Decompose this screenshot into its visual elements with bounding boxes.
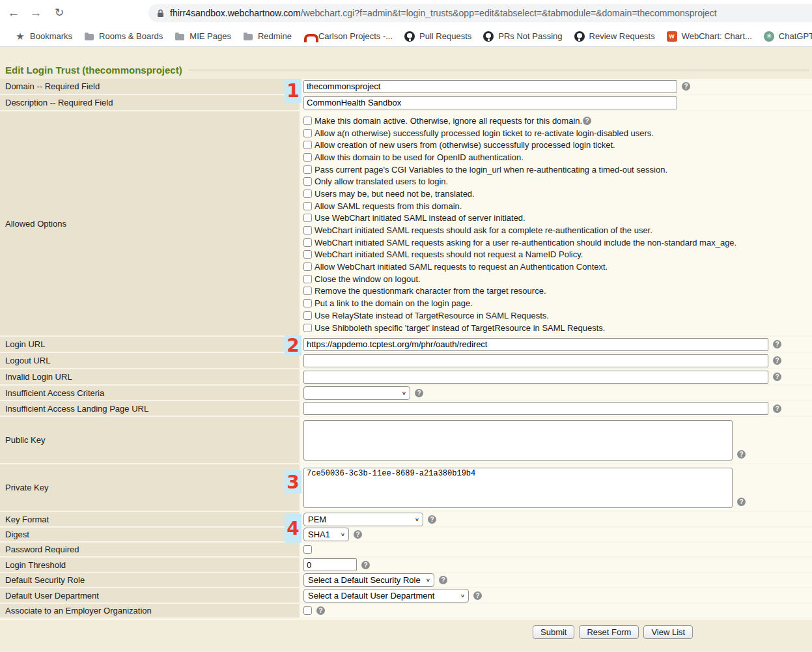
domain-label: Domain -- Required Field <box>0 79 300 95</box>
insufficient-access-criteria-select[interactable]: ∨ <box>303 386 410 400</box>
allowed-option-item: WebChart initiated SAML requests should … <box>303 249 736 261</box>
insufficient-access-landing-input[interactable] <box>303 402 768 415</box>
help-icon[interactable]: ? <box>354 530 362 539</box>
bookmark-item[interactable]: WebChart: Chart... <box>661 29 758 44</box>
bookmark-item[interactable]: PRs Not Passing <box>477 29 568 44</box>
help-icon[interactable]: ? <box>415 389 423 397</box>
help-icon[interactable]: ? <box>737 498 746 506</box>
option-checkbox[interactable] <box>303 324 312 332</box>
allowed-option-item: Only allow translated users to login. <box>303 175 736 188</box>
webchart-icon <box>667 31 677 42</box>
help-icon[interactable]: ? <box>583 117 591 125</box>
bookmark-item[interactable]: ChatGPT <box>758 29 812 44</box>
public-key-textarea[interactable] <box>303 420 733 461</box>
bookmark-item[interactable]: Redmine <box>237 29 298 44</box>
option-checkbox[interactable] <box>303 190 312 198</box>
address-bar[interactable]: fhirr4sandbox.webchartnow.com/webchart.c… <box>148 4 812 22</box>
back-icon[interactable]: ← <box>5 5 22 21</box>
browser-toolbar: ← → ↻ fhirr4sandbox.webchartnow.com/webc… <box>0 0 812 26</box>
option-checkbox[interactable] <box>303 153 312 162</box>
option-checkbox[interactable] <box>303 141 312 149</box>
option-checkbox[interactable] <box>303 299 312 307</box>
allowed-option-item: Allow WebChart initiated SAML requests t… <box>303 261 736 273</box>
help-icon[interactable]: ? <box>473 591 482 600</box>
digest-select[interactable]: SHA1 ∨ <box>303 528 349 541</box>
help-icon[interactable]: ? <box>682 82 690 91</box>
page-title: Edit Login Trust (thecommonsproject) <box>5 64 182 76</box>
default-user-department-label: Default User Department <box>0 588 300 604</box>
padlock-icon[interactable] <box>157 9 164 18</box>
forward-icon[interactable]: → <box>27 5 44 21</box>
help-icon[interactable]: ? <box>773 373 781 381</box>
bookmark-label: Rooms & Boards <box>99 31 163 41</box>
allowed-option-item: Allow a(n otherwise) successfully proces… <box>303 127 736 139</box>
help-icon[interactable]: ? <box>361 561 370 569</box>
help-icon[interactable]: ? <box>773 356 781 365</box>
login-threshold-input[interactable] <box>303 558 357 571</box>
default-user-department-row: Select a Default User Department ∨ ? <box>300 588 812 604</box>
private-key-label: Private Key <box>0 464 300 512</box>
bookmark-label: Review Requests <box>589 31 655 41</box>
star-icon <box>15 31 25 42</box>
help-icon[interactable]: ? <box>316 606 325 615</box>
option-label: Allow creation of new users from (otherw… <box>315 140 615 150</box>
bookmark-item[interactable]: Review Requests <box>568 29 661 44</box>
option-label: WebChart initiated SAML requests should … <box>315 225 652 235</box>
option-checkbox[interactable] <box>303 250 312 259</box>
option-checkbox[interactable] <box>303 275 312 283</box>
chevron-down-icon: ∨ <box>460 593 465 598</box>
key-format-label: Key Format <box>0 512 300 528</box>
logout-url-input[interactable] <box>303 354 768 367</box>
option-checkbox[interactable] <box>303 117 312 125</box>
allowed-option-item: Use WebChart initiated SAML instead of s… <box>303 212 736 225</box>
password-required-checkbox[interactable] <box>303 545 312 554</box>
logout-url-label: Logout URL <box>0 353 300 369</box>
help-icon[interactable]: ? <box>439 576 447 584</box>
login-url-input[interactable] <box>303 338 768 351</box>
form-actions: Submit Reset Form View List <box>0 619 812 652</box>
bookmark-item[interactable]: Bookmarks <box>9 29 78 44</box>
help-icon[interactable]: ? <box>428 515 436 524</box>
invalid-login-url-input[interactable] <box>303 371 768 384</box>
reload-icon[interactable]: ↻ <box>51 5 68 21</box>
help-icon[interactable]: ? <box>773 340 781 348</box>
option-checkbox[interactable] <box>303 287 312 295</box>
option-checkbox[interactable] <box>303 226 312 234</box>
bookmark-item[interactable]: Carlson Projects -... <box>298 29 399 44</box>
description-row <box>300 95 812 111</box>
option-checkbox[interactable] <box>303 262 312 271</box>
option-checkbox[interactable] <box>303 214 312 222</box>
digest-row: SHA1 ∨ ? <box>300 528 812 543</box>
allowed-option-item: Allow this domain to be used for OpenID … <box>303 151 736 163</box>
url-text: fhirr4sandbox.webchartnow.com/webchart.c… <box>170 8 717 18</box>
default-security-role-select[interactable]: Select a Default Security Role ∨ <box>303 573 434 587</box>
chevron-down-icon: ∨ <box>402 390 406 395</box>
reset-form-button[interactable]: Reset Form <box>579 625 639 639</box>
option-label: WebChart initiated SAML requests should … <box>315 249 583 259</box>
option-label: Make this domain active. Otherwise, igno… <box>315 116 582 126</box>
folder-icon <box>175 31 185 42</box>
domain-input[interactable] <box>303 80 677 93</box>
option-checkbox[interactable] <box>303 311 312 320</box>
private-key-textarea[interactable]: 7ce50036-3c3b-11ee-8689-a21a380b19b4 <box>303 468 733 508</box>
bookmark-item[interactable]: Pull Requests <box>399 29 477 44</box>
default-user-department-select[interactable]: Select a Default User Department ∨ <box>303 589 469 602</box>
option-checkbox[interactable] <box>303 177 312 186</box>
option-checkbox[interactable] <box>303 165 312 174</box>
description-input[interactable] <box>303 96 677 109</box>
help-icon[interactable]: ? <box>737 450 746 459</box>
allowed-option-item: Close the window on logout. <box>303 273 736 285</box>
insufficient-access-landing-row: ? <box>300 401 812 417</box>
allowed-option-item: Use Shibboleth specific 'target' instead… <box>303 322 736 334</box>
submit-button[interactable]: Submit <box>533 625 574 639</box>
option-checkbox[interactable] <box>303 129 312 137</box>
bookmark-item[interactable]: Rooms & Boards <box>78 29 169 44</box>
view-list-button[interactable]: View List <box>643 625 693 639</box>
associate-employer-org-checkbox[interactable] <box>303 606 312 615</box>
option-checkbox[interactable] <box>303 238 312 247</box>
option-checkbox[interactable] <box>303 202 312 210</box>
key-format-select[interactable]: PEM ∨ <box>303 513 423 526</box>
bookmark-item[interactable]: MIE Pages <box>169 29 237 44</box>
help-icon[interactable]: ? <box>773 404 781 413</box>
allowed-options-row: Make this domain active. Otherwise, igno… <box>300 111 812 337</box>
